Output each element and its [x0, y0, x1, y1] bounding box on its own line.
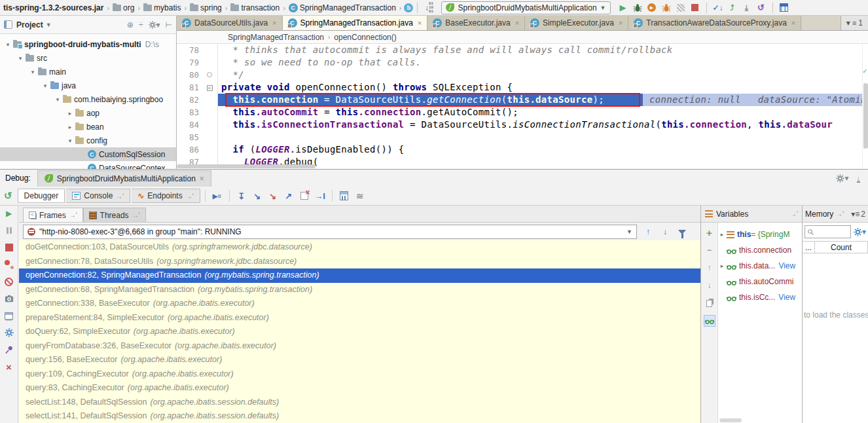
breadcrumb-item[interactable]: CSpringManagedTransaction	[288, 3, 397, 12]
inspection-ok-icon[interactable]: ✓	[863, 67, 867, 75]
rerun-icon[interactable]: ↺	[4, 190, 12, 202]
next-frame-icon[interactable]: ↓	[659, 227, 671, 236]
stack-frame-row[interactable]: prepareStatement:84, SimpleExecutor(org.…	[19, 311, 700, 325]
line-number[interactable]: 84	[177, 119, 199, 131]
editor-tab[interactable]: CBaseExecutor.java×	[427, 16, 525, 30]
line-number[interactable]: 80	[177, 69, 199, 81]
fold-marker-icon[interactable]	[203, 69, 216, 81]
thread-dump-icon[interactable]	[4, 293, 14, 304]
stack-frame-row[interactable]: query:156, BaseExecutor(org.apache.ibati…	[19, 353, 700, 367]
gear-icon[interactable]: ▾	[149, 20, 160, 29]
line-number[interactable]: 82	[177, 94, 199, 106]
editor-tab[interactable]: CSpringManagedTransaction.java×	[283, 16, 428, 30]
add-watch-icon[interactable]: +	[704, 227, 715, 238]
thread-selector[interactable]: "http-nio-8080-exec-3"@6,668 in group "m…	[23, 225, 637, 239]
editor-tab[interactable]: CDataSourceUtils.java×	[177, 16, 283, 30]
code-area[interactable]: 78 * thinks that autocommit is always fa…	[177, 44, 868, 169]
horizontal-scrollbar-thumb[interactable]	[177, 164, 316, 168]
stack-frame-row[interactable]: openConnection:82, SpringManagedTransact…	[19, 268, 700, 283]
breadcrumb-trailing-icon[interactable]: b	[404, 3, 413, 12]
vcs-commit-icon[interactable]: ⤴	[726, 1, 739, 14]
breadcrumb-item[interactable]: transaction	[230, 3, 280, 12]
run-with-coverage-button[interactable]: ▶	[645, 1, 659, 14]
previous-frame-icon[interactable]: ↑	[642, 227, 654, 236]
tree-item-src[interactable]: ▾src	[0, 51, 176, 65]
hidden-tabs-selector[interactable]: ▾≡1	[841, 16, 868, 30]
breadcrumb-item[interactable]: spring	[189, 3, 223, 12]
step-out-icon[interactable]: ↗	[281, 189, 296, 203]
tab-threads[interactable]: Threads →ʹ	[83, 208, 146, 222]
close-icon[interactable]: ×	[4, 361, 14, 372]
move-down-icon[interactable]: ↓	[704, 280, 715, 291]
tree-chevron-icon[interactable]: ▾	[16, 55, 24, 62]
stack-frame-row[interactable]: queryFromDatabase:326, BaseExecutor(org.…	[19, 339, 700, 354]
breadcrumb-item[interactable]: tis-spring-1.3.2-sources.jar	[3, 3, 104, 12]
breadcrumb-class[interactable]: SpringManagedTransaction	[228, 33, 324, 42]
stack-frame-row[interactable]: getConnection:68, SpringManagedTransacti…	[19, 283, 700, 297]
line-number[interactable]: 85	[177, 131, 199, 143]
stack-frame-row[interactable]: selectList:141, DefaultSqlSession(org.ap…	[19, 409, 700, 423]
tree-chevron-icon[interactable]: ▸	[718, 263, 726, 269]
tree-item-config[interactable]: ▾config	[0, 134, 176, 147]
hide-panel-icon[interactable]: ↓	[857, 174, 861, 183]
filter-frames-icon[interactable]	[676, 227, 688, 236]
tree-chevron-icon[interactable]: ▾	[41, 83, 49, 89]
stop-button[interactable]	[689, 1, 702, 14]
tree-item-com-heibaiying-springboo[interactable]: ▾com.heibaiying.springboo	[0, 92, 176, 106]
view-link[interactable]: View	[778, 293, 795, 302]
line-number[interactable]: 83	[177, 106, 199, 119]
variable-row[interactable]: this.connection	[718, 242, 802, 258]
stop-icon[interactable]	[4, 242, 14, 253]
breadcrumb-item[interactable]: mybatis	[143, 3, 181, 12]
close-icon[interactable]: ×	[418, 19, 422, 27]
memory-search-input[interactable]	[805, 225, 851, 238]
pin-icon[interactable]	[4, 344, 14, 355]
run-to-cursor-icon[interactable]: →I	[313, 189, 327, 203]
hidden-tabs-selector[interactable]: ▾≡2	[851, 210, 865, 219]
stack-frame-row[interactable]: doGetConnection:103, DataSourceUtils(org…	[19, 240, 700, 255]
column-class[interactable]: ...	[803, 242, 815, 253]
tree-item-customsqlsession[interactable]: CCustomSqlSession	[0, 147, 176, 161]
variables-scrollbar-thumb[interactable]	[719, 418, 742, 422]
step-over-icon[interactable]: ↧	[234, 189, 249, 203]
close-icon[interactable]: ×	[515, 19, 519, 27]
show-watches-icon[interactable]	[704, 315, 715, 327]
bytecode-sort-icon[interactable]: ↓011001	[422, 1, 435, 14]
stack-frame-row[interactable]: query:109, CachingExecutor(org.apache.ib…	[19, 367, 700, 382]
variable-row[interactable]: ▸this = {SpringM	[718, 227, 802, 242]
move-up-icon[interactable]: ↑	[704, 262, 715, 274]
gear-icon[interactable]: ▾	[854, 227, 866, 236]
line-number[interactable]: 86	[177, 143, 199, 156]
gear-icon[interactable]: ▾	[836, 174, 848, 183]
evaluate-expression-icon[interactable]	[337, 189, 352, 203]
tree-item-main[interactable]: ▾main	[0, 65, 176, 79]
tree-chevron-icon[interactable]: ▾	[66, 138, 74, 144]
tree-item-datasourcecontex[interactable]: CDataSourceContex	[0, 161, 176, 169]
vcs-update-icon[interactable]: ✓↓	[712, 1, 725, 14]
stack-frame-row[interactable]: getConnection:78, DataSourceUtils(org.sp…	[19, 255, 700, 269]
step-into-icon[interactable]: ↘	[250, 189, 264, 203]
editor-tab[interactable]: CTransactionAwareDataSourceProxy.java×	[628, 16, 801, 30]
settings-gear-icon[interactable]	[4, 327, 14, 338]
tab-console[interactable]: Console →ʹ	[66, 189, 130, 203]
mute-breakpoints-icon[interactable]	[4, 276, 14, 287]
database-icon[interactable]	[778, 1, 791, 14]
view-breakpoints-icon[interactable]	[4, 259, 14, 270]
variable-row[interactable]: ▸this.data...View	[718, 258, 802, 274]
line-number[interactable]: 78	[177, 44, 199, 56]
restore-layout-icon[interactable]	[4, 310, 14, 321]
variable-row[interactable]: this.isCc...View	[718, 289, 802, 305]
memory-header[interactable]: Memory →ʹ ▾≡2	[803, 206, 868, 223]
rollback-icon[interactable]: ↺	[755, 1, 768, 14]
tree-item-java[interactable]: ▾java	[0, 79, 176, 92]
tab-endpoints[interactable]: ∿ Endpoints →ʹ	[132, 189, 200, 203]
chevron-down-icon[interactable]: ▼	[46, 22, 52, 28]
tree-chevron-icon[interactable]: ▾	[4, 41, 12, 48]
tree-chevron-icon[interactable]: ▸	[66, 110, 74, 117]
view-link[interactable]: View	[778, 261, 795, 270]
hatched-icon[interactable]	[674, 1, 687, 14]
breadcrumb-method[interactable]: openConnection()	[334, 33, 396, 42]
tree-chevron-icon[interactable]: ▾	[54, 96, 62, 103]
close-icon[interactable]: ×	[619, 19, 623, 27]
hide-panel-icon[interactable]: ⊢	[166, 20, 172, 29]
